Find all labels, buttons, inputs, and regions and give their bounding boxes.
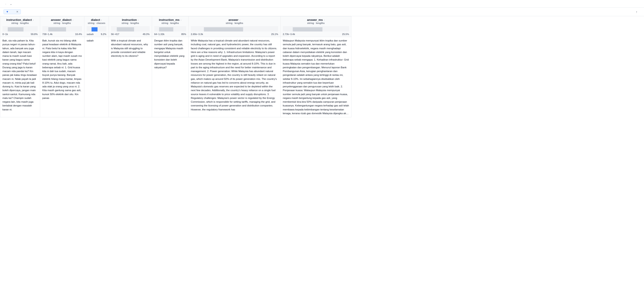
histogram-instruction_ms <box>154 26 186 32</box>
histogram-answer_ms <box>283 26 349 32</box>
cell-answer_ms-0: Walaupun Malaysia mempunyai iklim tropik… <box>280 37 352 117</box>
cell-instruction_ms-0: Dengan iklim tropika dan sumber asli yan… <box>152 37 188 117</box>
cell-answer-0: While Malaysia has a tropical climate an… <box>188 37 280 117</box>
histogram-answer_dialect <box>42 26 82 32</box>
col-header-instruction_ms: instruction_ms↕ string · lengths 64~1.32… <box>152 17 188 37</box>
dot-separator: · <box>5 2 6 6</box>
top-bar-left: · ⌄ <box>4 2 12 6</box>
table-row: Bah, sia nda paham la. Kita punya negeri… <box>0 37 352 117</box>
filter-close-icon[interactable]: ✕ <box>16 10 18 13</box>
col-name-instruction_ms: instruction_ms↕ <box>154 18 186 22</box>
cell-text-dialect-0: sabah <box>87 39 106 43</box>
col-stats-answer_dialect: 738~1.4k 18.4% <box>40 32 84 37</box>
col-name-instruction: instruction↕ <box>111 18 150 22</box>
sort-icon-instruction_dialect[interactable]: ↕ <box>33 19 34 21</box>
histogram-answer <box>191 26 278 32</box>
col-header-answer_ms: answer_ms↕ string · lengths 2.73k~3.4k 2… <box>280 17 352 37</box>
col-type-dialect: string · classes <box>87 22 106 24</box>
filter-tag: ▼ ✕ <box>4 9 21 14</box>
col-type-answer_ms: string · lengths <box>283 22 349 24</box>
sort-icon-answer_dialect[interactable]: ↕ <box>72 19 74 21</box>
sort-icon-answer_ms[interactable]: ↕ <box>324 19 325 21</box>
cell-text-instruction_dialect-0: Bah, sia nda paham la. Kita punya negeri… <box>2 39 38 112</box>
sort-icon-dialect[interactable]: ↕ <box>101 19 102 21</box>
share-button[interactable]: ↑ <box>636 10 639 14</box>
col-header-instruction: instruction↕ string · lengths 56~417 49.… <box>109 17 152 37</box>
cell-dialect-0: sabah <box>84 37 109 117</box>
col-name-answer_dialect: answer_dialect↕ <box>42 18 82 22</box>
col-header-answer: answer↕ string · lengths 2.65k~3.3k 25.1… <box>188 17 280 37</box>
sort-icon-instruction[interactable]: ↕ <box>138 19 139 21</box>
histogram-instruction <box>111 26 150 32</box>
col-type-answer_dialect: string · lengths <box>42 22 82 24</box>
split-selector[interactable]: · ⌄ <box>4 2 12 6</box>
col-stats-instruction_ms: 64~1.32k 85% <box>152 32 188 37</box>
cell-text-answer_ms-0: Walaupun Malaysia mempunyai iklim tropik… <box>283 39 349 115</box>
histogram-instruction_dialect <box>2 26 38 32</box>
cell-answer_dialect-0: Bah, kunuk sia mo bilang sikik pasal kea… <box>40 37 84 117</box>
chevron-down-icon[interactable]: ⌄ <box>10 2 12 6</box>
col-stats-dialect: sabah 9.2% <box>84 32 108 37</box>
filter-icon: ▼ <box>6 10 9 13</box>
col-type-answer: string · lengths <box>191 22 278 24</box>
col-type-instruction: string · lengths <box>111 22 150 24</box>
col-type-instruction_dialect: string · lengths <box>2 22 38 24</box>
col-name-answer_ms: answer_ms↕ <box>283 18 349 22</box>
cell-instruction-0: With a tropical climate and abundant nat… <box>109 37 152 117</box>
col-type-instruction_ms: string · lengths <box>154 22 186 24</box>
cell-instruction_dialect-0: Bah, sia nda paham la. Kita punya negeri… <box>0 37 40 117</box>
upload-icon: ↑ <box>636 10 638 14</box>
histogram-dialect <box>87 26 106 32</box>
share-area: ↑ <box>636 10 641 14</box>
col-name-dialect: dialect↕ <box>87 18 106 22</box>
col-stats-instruction: 56~417 49.3% <box>109 32 152 37</box>
table-container[interactable]: instruction_dialect↕ string · lengths 0~… <box>0 16 644 283</box>
col-header-instruction_dialect: instruction_dialect↕ string · lengths 0~… <box>0 17 40 37</box>
sort-icon-answer[interactable]: ↕ <box>239 19 240 21</box>
col-stats-instruction_dialect: 0~1k 59.8% <box>0 32 40 37</box>
cell-text-instruction-0: With a tropical climate and abundant nat… <box>111 39 150 58</box>
cell-text-instruction_ms-0: Dengan iklim tropika dan sumber asli yan… <box>154 39 186 69</box>
cell-text-answer-0: While Malaysia has a tropical climate an… <box>191 39 278 112</box>
filter-bar: ▼ ✕ ↑ <box>0 8 644 16</box>
cell-text-answer_dialect-0: Bah, kunuk sia mo bilang sikik pasal kea… <box>42 39 82 100</box>
col-stats-answer_ms: 2.73k~3.4k 25.5% <box>280 32 351 37</box>
col-header-answer_dialect: answer_dialect↕ string · lengths 738~1.4… <box>40 17 84 37</box>
sort-icon-instruction_ms[interactable]: ↕ <box>180 19 182 21</box>
col-name-instruction_dialect: instruction_dialect↕ <box>2 18 38 22</box>
top-bar: · ⌄ <box>0 0 644 8</box>
col-name-answer: answer↕ <box>191 18 278 22</box>
col-stats-answer: 2.65k~3.3k 25.1% <box>188 32 280 37</box>
col-header-dialect: dialect↕ string · classes sabah 9.2% <box>84 17 109 37</box>
